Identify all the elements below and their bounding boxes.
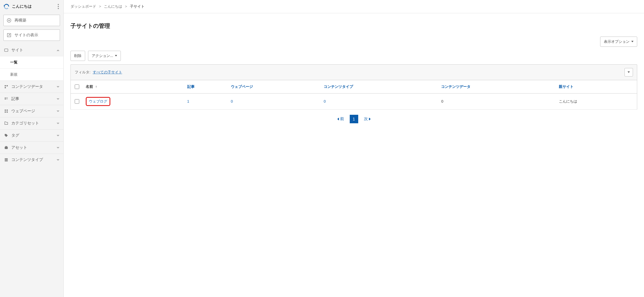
actions-label: アクション... — [92, 53, 113, 58]
delete-label: 削除 — [74, 53, 81, 58]
svg-rect-14 — [5, 147, 8, 149]
site-icon — [4, 48, 8, 52]
nav-group-category-sets[interactable]: カテゴリセット — [0, 117, 63, 129]
nav-group-entries[interactable]: 記事 — [0, 93, 63, 105]
svg-rect-15 — [5, 146, 7, 147]
chevron-up-icon — [57, 50, 59, 51]
sidebar: こんにちは 再構築 サイトの表示 サイト 一覧 新規 — [0, 0, 64, 297]
svg-rect-11 — [7, 110, 8, 111]
table-toolbar: 削除 アクション... — [64, 51, 644, 64]
rebuild-button[interactable]: 再構築 — [3, 15, 60, 26]
caret-down-icon — [628, 71, 630, 73]
svg-rect-13 — [7, 111, 8, 113]
col-name-label: 名前 — [86, 84, 93, 89]
caret-down-icon — [115, 55, 117, 56]
brand[interactable]: こんにちは — [3, 3, 32, 10]
nav-group-site-subitems: 一覧 新規 — [0, 56, 63, 80]
pagination-prev-label: 前 — [340, 116, 344, 122]
chevron-down-icon — [57, 123, 59, 124]
filter-toggle-button[interactable] — [624, 68, 633, 77]
pagination: 前 1 次 — [70, 110, 637, 124]
pagination-next-label: 次 — [364, 116, 368, 122]
filter-bar: フィルタ: すべての子サイト — [70, 64, 637, 80]
actions-dropdown[interactable]: アクション... — [88, 51, 121, 61]
svg-rect-12 — [5, 111, 6, 113]
svg-rect-8 — [6, 97, 8, 98]
display-options-button[interactable]: 表示オプション — [600, 37, 637, 47]
col-parent[interactable]: 親サイト — [556, 80, 637, 93]
svg-rect-4 — [7, 85, 8, 86]
display-options-row: 表示オプション — [64, 35, 644, 51]
row-content-data: 0 — [438, 93, 556, 109]
col-checkbox — [71, 80, 83, 93]
breadcrumb-current: 子サイト — [130, 4, 145, 9]
col-entries[interactable]: 記事 — [184, 80, 228, 93]
col-content-data[interactable]: コンテンツデータ — [438, 80, 556, 93]
nav-group-assets[interactable]: アセット — [0, 141, 63, 154]
content-data-icon — [4, 84, 8, 89]
nav-group-content-types-label: コンテンツタイプ — [11, 157, 43, 162]
chevron-down-icon — [57, 135, 59, 136]
rebuild-icon — [7, 18, 12, 23]
nav-group-assets-label: アセット — [11, 145, 27, 150]
nav-group-content-types[interactable]: コンテンツタイプ — [0, 154, 63, 166]
nav-subitem-new[interactable]: 新規 — [0, 68, 63, 80]
tag-icon — [4, 133, 8, 138]
nav-group-pages[interactable]: ウェブページ — [0, 105, 63, 117]
category-icon — [4, 121, 8, 126]
breadcrumb-dashboard[interactable]: ダッシュボード — [70, 4, 96, 9]
caret-down-icon — [631, 41, 634, 42]
nav-group-site-label: サイト — [11, 48, 23, 53]
sort-asc-icon: ↑ — [95, 84, 97, 89]
table-header-row: 名前 ↑ 記事 ウェブページ コンテンツタイプ コンテンツデータ 親サイト — [71, 80, 637, 93]
nav-group-site[interactable]: サイト — [0, 44, 63, 56]
row-content-types-link[interactable]: 0 — [321, 93, 438, 109]
row-checkbox[interactable] — [75, 99, 79, 104]
delete-button[interactable]: 削除 — [70, 51, 85, 61]
pagination-next[interactable]: 次 — [364, 116, 371, 122]
breadcrumb-site[interactable]: こんにちは — [104, 4, 122, 9]
row-entries-link[interactable]: 1 — [184, 93, 228, 109]
col-pages[interactable]: ウェブページ — [228, 80, 321, 93]
chevron-down-icon — [57, 111, 59, 112]
brand-name: こんにちは — [12, 4, 32, 9]
table-wrap: フィルタ: すべての子サイト 名前 ↑ — [64, 64, 644, 131]
table-row: ウェブログ 1 0 0 0 こんにちは — [71, 93, 637, 109]
triangle-right-icon — [369, 118, 371, 120]
pagination-current[interactable]: 1 — [350, 115, 358, 123]
svg-rect-10 — [5, 110, 6, 111]
entries-icon — [4, 97, 8, 101]
col-name[interactable]: 名前 ↑ — [83, 80, 184, 93]
triangle-left-icon — [337, 118, 339, 120]
row-pages-link[interactable]: 0 — [228, 93, 321, 109]
kebab-menu-icon[interactable] — [57, 3, 60, 10]
main-content: ダッシュボード > こんにちは > 子サイト 子サイトの管理 表示オプション 削… — [64, 0, 644, 297]
view-site-label: サイトの表示 — [14, 33, 38, 38]
site-name-link[interactable]: ウェブログ — [89, 99, 107, 103]
nav-group-pages-label: ウェブページ — [11, 109, 35, 114]
svg-rect-3 — [5, 85, 6, 86]
display-options-label: 表示オプション — [604, 39, 630, 44]
row-parent: こんにちは — [556, 93, 637, 109]
row-checkbox-cell — [71, 93, 83, 109]
select-all-checkbox[interactable] — [75, 84, 79, 89]
col-content-types[interactable]: コンテンツタイプ — [321, 80, 438, 93]
view-site-button[interactable]: サイトの表示 — [3, 29, 60, 41]
logo-icon — [3, 3, 10, 10]
nav-group-content-data-label: コンテンツデータ — [11, 84, 43, 89]
filter-value-link[interactable]: すべての子サイト — [93, 70, 122, 75]
nav-group-content-data[interactable]: コンテンツデータ — [0, 80, 63, 93]
nav-group-tags[interactable]: タグ — [0, 129, 63, 141]
svg-rect-9 — [6, 99, 8, 99]
pagination-prev[interactable]: 前 — [337, 116, 344, 122]
nav-group-category-sets-label: カテゴリセット — [11, 121, 39, 126]
filter-label: フィルタ: — [75, 70, 91, 75]
svg-rect-7 — [5, 99, 6, 99]
nav-group-tags-label: タグ — [11, 133, 19, 138]
annotation-highlight: ウェブログ — [86, 97, 110, 106]
svg-rect-16 — [5, 158, 8, 159]
chevron-down-icon — [57, 147, 59, 148]
sidebar-header: こんにちは — [0, 0, 63, 13]
svg-rect-6 — [5, 97, 6, 98]
nav-subitem-list[interactable]: 一覧 — [0, 56, 63, 68]
